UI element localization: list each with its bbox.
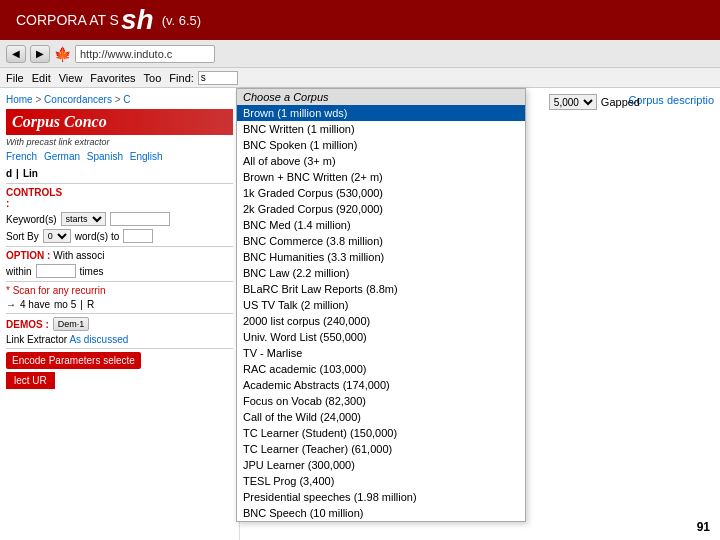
separator2 bbox=[6, 246, 233, 247]
keyword-row: CONTROLS : bbox=[6, 187, 233, 209]
dropdown-item-3[interactable]: All of above (3+ m) bbox=[237, 153, 525, 169]
select-url-row: lect UR bbox=[6, 372, 233, 389]
dropdown-item-8[interactable]: BNC Commerce (3.8 million) bbox=[237, 233, 525, 249]
dropdown-item-9[interactable]: BNC Humanities (3.3 million) bbox=[237, 249, 525, 265]
keyword-input[interactable] bbox=[110, 212, 170, 226]
header-version: (v. 6.5) bbox=[162, 13, 202, 28]
dropdown-item-19[interactable]: Call of the Wild (24,000) bbox=[237, 409, 525, 425]
menu-bar: File Edit View Favorites Too Find: bbox=[0, 68, 720, 88]
link-extractor-row: Link Extractor As discussed bbox=[6, 334, 233, 345]
main-content: Home > Concordancers > C Corpus Conco Wi… bbox=[0, 88, 720, 540]
times-label: times bbox=[80, 266, 104, 277]
divider-d: d bbox=[6, 168, 12, 179]
gapped-label: Gapped bbox=[601, 96, 640, 108]
back-button[interactable]: ◀ bbox=[6, 45, 26, 63]
keyword-label: Keyword(s) bbox=[6, 214, 57, 225]
controls-label: CONTROLS : bbox=[6, 187, 61, 209]
dropdown-item-4[interactable]: Brown + BNC Written (2+ m) bbox=[237, 169, 525, 185]
link-extractor-link[interactable]: As discussed bbox=[69, 334, 128, 345]
option-text: With associ bbox=[53, 250, 104, 261]
arrow-icon: → bbox=[6, 299, 16, 310]
lang-spanish[interactable]: Spanish bbox=[87, 151, 123, 162]
corpus-dropdown[interactable]: Choose a Corpus Brown (1 million wds)BNC… bbox=[236, 88, 526, 522]
option-label: OPTION : bbox=[6, 250, 50, 261]
pipe-sep: | bbox=[80, 299, 83, 310]
breadcrumb-concordancers[interactable]: Concordancers bbox=[44, 94, 112, 105]
dropdown-item-11[interactable]: BLaRC Brit Law Reports (8.8m) bbox=[237, 281, 525, 297]
gapped-row: 5,000 Gapped bbox=[549, 94, 640, 110]
within-input[interactable] bbox=[36, 264, 76, 278]
header-corpora-text: CORPORA AT S bbox=[16, 12, 119, 28]
gapped-select[interactable]: 5,000 bbox=[549, 94, 597, 110]
dropdown-item-21[interactable]: TC Learner (Teacher) (61,000) bbox=[237, 441, 525, 457]
corpus-subtext: With precast link extractor bbox=[6, 137, 233, 147]
corpus-concordancer-heading: Corpus Conco bbox=[6, 109, 233, 135]
sort-row: Sort By 0 word(s) to bbox=[6, 229, 233, 243]
header-cursive: sh bbox=[121, 4, 154, 36]
menu-view[interactable]: View bbox=[59, 72, 83, 84]
arrow-row: → 4 have mo 5 | R bbox=[6, 299, 233, 310]
dropdown-item-17[interactable]: Academic Abstracts (174,000) bbox=[237, 377, 525, 393]
corpus-label-row: d | Lin bbox=[6, 168, 233, 179]
browser-chrome: ◀ ▶ 🍁 http://www.induto.c bbox=[0, 40, 720, 68]
page-number: 91 bbox=[697, 520, 710, 534]
demo-button[interactable]: Dem·1 bbox=[53, 317, 90, 331]
forward-button[interactable]: ▶ bbox=[30, 45, 50, 63]
dropdown-item-16[interactable]: RAC academic (103,000) bbox=[237, 361, 525, 377]
dropdown-item-7[interactable]: BNC Med (1.4 million) bbox=[237, 217, 525, 233]
divider-lin: Lin bbox=[23, 168, 38, 179]
dropdown-item-0[interactable]: Brown (1 million wds) bbox=[237, 105, 525, 121]
word-label: word(s) to bbox=[75, 231, 119, 242]
dropdown-item-13[interactable]: 2000 list corpus (240,000) bbox=[237, 313, 525, 329]
menu-favorites[interactable]: Favorites bbox=[90, 72, 135, 84]
mo5-val: mo 5 bbox=[54, 299, 76, 310]
dropdown-item-22[interactable]: JPU Learner (300,000) bbox=[237, 457, 525, 473]
within-row: within times bbox=[6, 264, 233, 278]
corpus-description-link[interactable]: Corpus descriptio bbox=[628, 94, 714, 106]
lang-french[interactable]: French bbox=[6, 151, 37, 162]
dropdown-item-14[interactable]: Univ. Word List (550,000) bbox=[237, 329, 525, 345]
dropdown-item-24[interactable]: Presidential speeches (1.98 million) bbox=[237, 489, 525, 505]
menu-file[interactable]: File bbox=[6, 72, 24, 84]
sort-label: Sort By bbox=[6, 231, 39, 242]
select-url-button[interactable]: lect UR bbox=[6, 372, 55, 389]
breadcrumb: Home > Concordancers > C bbox=[6, 94, 233, 105]
lang-german[interactable]: German bbox=[44, 151, 80, 162]
divider-pipe: | bbox=[16, 168, 19, 179]
dropdown-header: Choose a Corpus bbox=[237, 89, 525, 105]
dropdown-item-25[interactable]: BNC Speech (10 million) bbox=[237, 505, 525, 521]
dropdown-item-18[interactable]: Focus on Vocab (82,300) bbox=[237, 393, 525, 409]
maple-leaf-icon: 🍁 bbox=[54, 46, 71, 62]
dropdown-item-6[interactable]: 2k Graded Corpus (920,000) bbox=[237, 201, 525, 217]
dropdown-item-15[interactable]: TV - Marlise bbox=[237, 345, 525, 361]
r-val: R bbox=[87, 299, 94, 310]
dropdown-item-23[interactable]: TESL Prog (3,400) bbox=[237, 473, 525, 489]
keyword-input-row: Keyword(s) starts bbox=[6, 212, 233, 226]
dropdown-item-12[interactable]: US TV Talk (2 million) bbox=[237, 297, 525, 313]
breadcrumb-home[interactable]: Home bbox=[6, 94, 33, 105]
dropdown-item-2[interactable]: BNC Spoken (1 million) bbox=[237, 137, 525, 153]
arrow-text-val: 4 have bbox=[20, 299, 50, 310]
url-bar[interactable]: http://www.induto.c bbox=[75, 45, 215, 63]
find-bar: Find: bbox=[169, 71, 237, 85]
menu-edit[interactable]: Edit bbox=[32, 72, 51, 84]
breadcrumb-current[interactable]: C bbox=[123, 94, 130, 105]
dropdown-item-10[interactable]: BNC Law (2.2 million) bbox=[237, 265, 525, 281]
header-bar: CORPORA AT Ssh (v. 6.5) bbox=[0, 0, 720, 40]
keyword-starts-select[interactable]: starts bbox=[61, 212, 106, 226]
scan-row: * Scan for any recurrin bbox=[6, 285, 233, 296]
find-input[interactable] bbox=[198, 71, 238, 85]
dropdown-item-20[interactable]: TC Learner (Student) (150,000) bbox=[237, 425, 525, 441]
menu-tools[interactable]: Too bbox=[144, 72, 162, 84]
lang-english[interactable]: English bbox=[130, 151, 163, 162]
dropdown-item-5[interactable]: 1k Graded Corpus (530,000) bbox=[237, 185, 525, 201]
language-links: French German Spanish English bbox=[6, 151, 233, 162]
encode-params-button[interactable]: Encode Parameters selecte bbox=[6, 352, 141, 369]
find-label: Find: bbox=[169, 72, 193, 84]
dropdown-item-1[interactable]: BNC Written (1 million) bbox=[237, 121, 525, 137]
separator3 bbox=[6, 281, 233, 282]
sort-input[interactable] bbox=[123, 229, 153, 243]
link-extractor-label: Link Extractor bbox=[6, 334, 67, 345]
demos-row: DEMOS : Dem·1 bbox=[6, 317, 233, 331]
sort-select[interactable]: 0 bbox=[43, 229, 71, 243]
